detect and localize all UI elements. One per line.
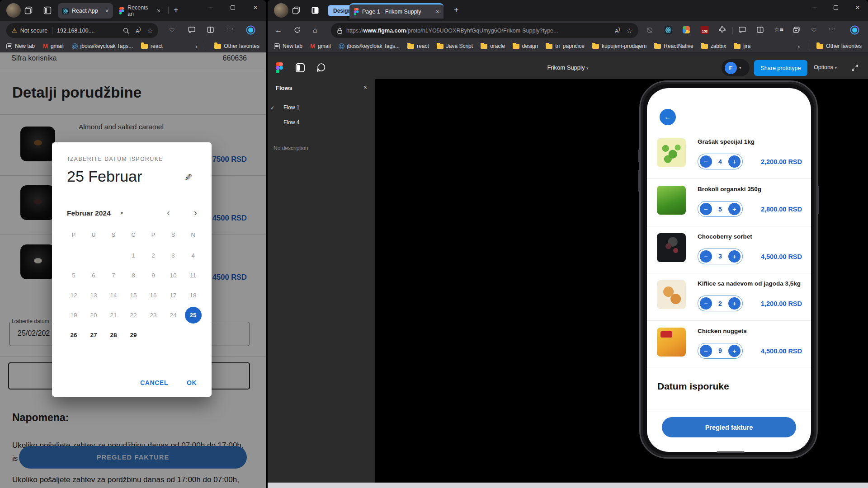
extension-disabled-icon[interactable]	[646, 27, 653, 33]
cast-icon[interactable]	[739, 27, 746, 33]
more-menu-icon[interactable]: ···	[226, 24, 234, 32]
bottom-scrollbar-strip[interactable]	[268, 483, 868, 488]
bookmark-item[interactable]: oracle	[481, 43, 505, 49]
decrease-button[interactable]: −	[700, 155, 712, 168]
minimize-button[interactable]	[200, 0, 221, 15]
invoice-preview-button[interactable]: Pregled fakture	[662, 417, 796, 437]
back-icon[interactable]: ←	[275, 26, 282, 34]
bookmark-item[interactable]: New tab	[6, 43, 35, 49]
month-label[interactable]: Februar 2024	[67, 209, 111, 217]
calendar-day[interactable]: 28	[104, 325, 123, 345]
cast-icon[interactable]	[188, 27, 195, 33]
other-favorites[interactable]: Other favorites	[214, 43, 259, 49]
calendar-day[interactable]: 16	[143, 285, 163, 305]
calendar-day[interactable]: 19	[64, 305, 84, 325]
calendar-day[interactable]: 14	[104, 285, 123, 305]
split-screen-icon[interactable]	[207, 27, 214, 33]
calendar-day[interactable]: 26	[64, 325, 84, 345]
calendar-day[interactable]: 24	[163, 305, 183, 325]
increase-button[interactable]: +	[728, 203, 741, 215]
edit-pencil-icon[interactable]: ✎	[184, 172, 193, 183]
workspaces-icon[interactable]	[24, 6, 33, 14]
maximize-button[interactable]	[222, 0, 243, 15]
increase-button[interactable]: +	[728, 250, 741, 263]
calendar-day[interactable]: 3	[163, 245, 183, 265]
calendar-day[interactable]: 25	[183, 305, 203, 325]
bookmark-item[interactable]: react	[407, 43, 429, 49]
increase-button[interactable]: +	[728, 297, 741, 310]
bookmark-item[interactable]: kupujem-prodajem	[592, 43, 646, 49]
calendar-day[interactable]: 12	[64, 285, 84, 305]
bookmark-item[interactable]: Java Script	[437, 43, 473, 49]
bookmark-item[interactable]: react	[141, 43, 163, 49]
decrease-button[interactable]: −	[700, 345, 712, 357]
new-tab-button[interactable]: +	[174, 5, 179, 15]
tab-figma-prototype[interactable]: Page 1 - Frikom Supply ×	[349, 3, 443, 19]
calendar-day[interactable]: 1	[123, 245, 143, 265]
split-screen-icon[interactable]	[757, 27, 764, 33]
new-tab-button[interactable]: +	[454, 5, 459, 15]
calendar-day[interactable]: 5	[64, 265, 84, 285]
fullscreen-icon[interactable]	[851, 64, 859, 72]
calendar-day[interactable]: 10	[163, 265, 183, 285]
collections-icon[interactable]	[793, 27, 800, 33]
favorites-icon[interactable]: ☆≡	[774, 26, 783, 33]
calendar-day[interactable]: 4	[183, 245, 203, 265]
calendar-day[interactable]: 17	[163, 285, 183, 305]
tab-react-app[interactable]: React App ×	[58, 3, 113, 19]
minimize-button[interactable]	[804, 0, 825, 15]
tab-close-icon[interactable]: ×	[436, 9, 439, 15]
linkedin-badge-extension-icon[interactable]: 153	[701, 26, 709, 34]
increase-button[interactable]: +	[728, 155, 741, 168]
vertical-tabs-icon[interactable]	[311, 6, 319, 14]
calendar-day[interactable]: 2	[143, 245, 163, 265]
url-text[interactable]: 192.168.100....	[57, 28, 94, 34]
next-month-icon[interactable]: ›	[194, 207, 197, 218]
calendar-day[interactable]: 29	[123, 325, 143, 345]
calendar-day[interactable]: 6	[84, 265, 104, 285]
extensions-puzzle-icon[interactable]	[719, 26, 726, 33]
bookmark-item[interactable]: Mgmail	[310, 43, 331, 50]
calendar-day[interactable]: 21	[104, 305, 123, 325]
home-icon[interactable]: ⌂	[313, 26, 317, 34]
bookmark-item[interactable]: design	[513, 43, 538, 49]
maximize-button[interactable]	[826, 0, 846, 15]
calendar-day[interactable]: 23	[143, 305, 163, 325]
calendar-day[interactable]: 7	[104, 265, 123, 285]
calendar-day[interactable]: 9	[143, 265, 163, 285]
browser-profile-avatar[interactable]	[6, 3, 21, 18]
read-aloud-icon[interactable]: A)	[615, 27, 620, 34]
close-flows-icon[interactable]: ×	[363, 84, 367, 91]
more-bookmarks-icon[interactable]: ›	[797, 42, 800, 50]
flow-item[interactable]: Flow 4	[268, 116, 375, 129]
calendar-day[interactable]: 13	[84, 285, 104, 305]
calendar-day[interactable]: 22	[123, 305, 143, 325]
calendar-day[interactable]: 20	[84, 305, 104, 325]
options-button[interactable]: Options ▾	[814, 64, 837, 70]
prev-month-icon[interactable]: ‹	[167, 207, 170, 218]
workspaces-icon[interactable]	[292, 6, 300, 14]
zoom-icon[interactable]	[123, 28, 129, 34]
close-button[interactable]: ×	[245, 0, 266, 15]
favorite-star-icon[interactable]: ☆	[147, 27, 153, 34]
bookmark-item[interactable]: tri_papricice	[546, 43, 585, 49]
vertical-tabs-icon[interactable]	[43, 6, 52, 14]
calendar-day[interactable]: 15	[123, 285, 143, 305]
increase-button[interactable]: +	[728, 345, 741, 357]
address-pill[interactable]: ⚠ Not secure 192.168.100.... A) ☆	[6, 23, 158, 38]
bookmark-item[interactable]: Mgmail	[43, 43, 64, 50]
calendar-day[interactable]: 11	[183, 265, 203, 285]
share-prototype-button[interactable]: Share prototype	[754, 60, 807, 76]
bookmark-item[interactable]: ReactNative	[654, 43, 693, 49]
address-pill[interactable]: https://www.figma.com/proto/h1YO5UOOXRBy…	[331, 23, 638, 38]
tab-recents[interactable]: Recents an ×	[115, 3, 165, 19]
browser-essentials-icon[interactable]: ♡	[169, 27, 175, 34]
calendar-day[interactable]: 8	[123, 265, 143, 285]
tab-close-icon[interactable]: ×	[157, 8, 160, 14]
bookmark-item[interactable]: jboss/keycloak Tags...	[339, 43, 400, 49]
viewer-avatar-group[interactable]: F ▾	[722, 59, 750, 76]
favorite-star-icon[interactable]: ☆	[626, 27, 632, 34]
prototype-canvas[interactable]: ← Grašak specijal 1kg−4+2,200.00 RSDBrok…	[375, 79, 868, 483]
ok-button[interactable]: OK	[187, 379, 197, 386]
react-extension-icon[interactable]	[665, 26, 672, 34]
